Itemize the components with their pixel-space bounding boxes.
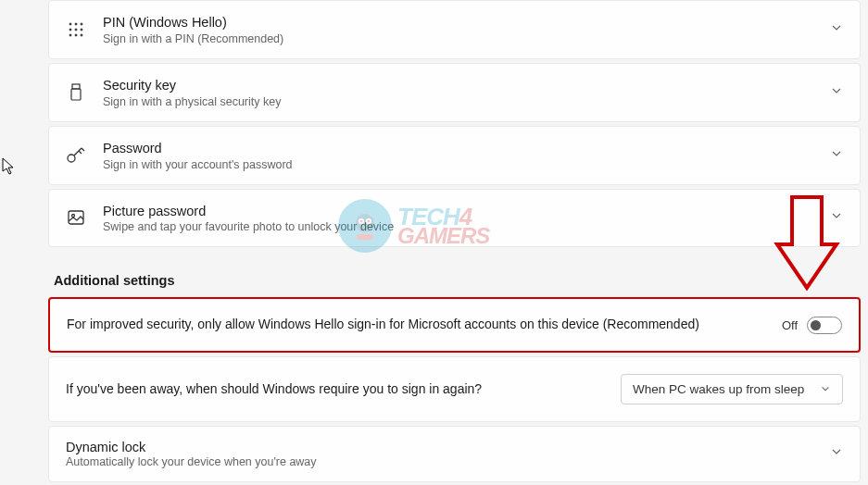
chevron-down-icon	[830, 209, 843, 226]
password-key-icon	[66, 145, 86, 166]
option-text: PIN (Windows Hello) Sign in with a PIN (…	[103, 14, 813, 45]
toggle-knob	[811, 320, 821, 330]
signin-option-picture-password[interactable]: Picture password Swipe and tap your favo…	[48, 189, 861, 248]
security-key-icon	[66, 82, 86, 103]
dropdown-value: When PC wakes up from sleep	[633, 382, 804, 396]
svg-point-5	[81, 29, 82, 31]
svg-point-13	[72, 215, 75, 218]
chevron-down-icon	[820, 383, 831, 394]
option-desc: Swipe and tap your favourite photo to un…	[103, 220, 813, 233]
setting-desc: Automatically lock your device when you'…	[66, 455, 817, 468]
option-title: Picture password	[103, 203, 813, 220]
require-signin-dropdown[interactable]: When PC wakes up from sleep	[621, 374, 843, 404]
svg-point-0	[69, 23, 71, 25]
option-desc: Sign in with your account's password	[103, 158, 813, 171]
signin-option-pin[interactable]: PIN (Windows Hello) Sign in with a PIN (…	[48, 0, 861, 59]
option-desc: Sign in with a PIN (Recommended)	[103, 32, 813, 45]
pin-grid-icon	[66, 19, 86, 40]
option-title: Security key	[103, 77, 813, 94]
svg-point-4	[75, 29, 77, 31]
setting-title: Dynamic lock	[66, 440, 817, 454]
option-text: Picture password Swipe and tap your favo…	[103, 203, 813, 234]
option-text: Security key Sign in with a physical sec…	[103, 77, 813, 108]
signin-option-security-key[interactable]: Security key Sign in with a physical sec…	[48, 63, 861, 122]
svg-point-2	[81, 23, 82, 25]
section-header-additional-settings: Additional settings	[54, 273, 861, 288]
picture-password-icon	[66, 207, 86, 228]
svg-point-7	[75, 34, 77, 36]
toggle-label: Off	[782, 318, 798, 332]
svg-point-3	[69, 29, 71, 31]
windows-hello-only-toggle[interactable]	[807, 317, 842, 334]
svg-point-1	[75, 23, 77, 25]
signin-option-password[interactable]: Password Sign in with your account's pas…	[48, 126, 861, 185]
chevron-down-icon	[830, 84, 843, 101]
setting-require-signin: If you've been away, when should Windows…	[48, 356, 861, 422]
svg-rect-9	[72, 84, 80, 89]
option-title: PIN (Windows Hello)	[103, 14, 813, 31]
chevron-down-icon	[830, 147, 843, 164]
setting-text: For improved security, only allow Window…	[67, 316, 769, 334]
svg-point-6	[69, 34, 71, 36]
svg-point-11	[68, 155, 75, 162]
option-desc: Sign in with a physical security key	[103, 95, 813, 108]
option-text: Password Sign in with your account's pas…	[103, 140, 813, 171]
chevron-down-icon	[830, 445, 843, 462]
option-title: Password	[103, 140, 813, 157]
svg-point-8	[81, 34, 82, 36]
chevron-down-icon	[830, 21, 843, 38]
setting-dynamic-lock[interactable]: Dynamic lock Automatically lock your dev…	[48, 426, 861, 482]
setting-windows-hello-only: For improved security, only allow Window…	[48, 297, 861, 353]
toggle-container: Off	[782, 317, 842, 334]
setting-text: If you've been away, when should Windows…	[66, 380, 608, 399]
svg-rect-10	[71, 89, 81, 100]
